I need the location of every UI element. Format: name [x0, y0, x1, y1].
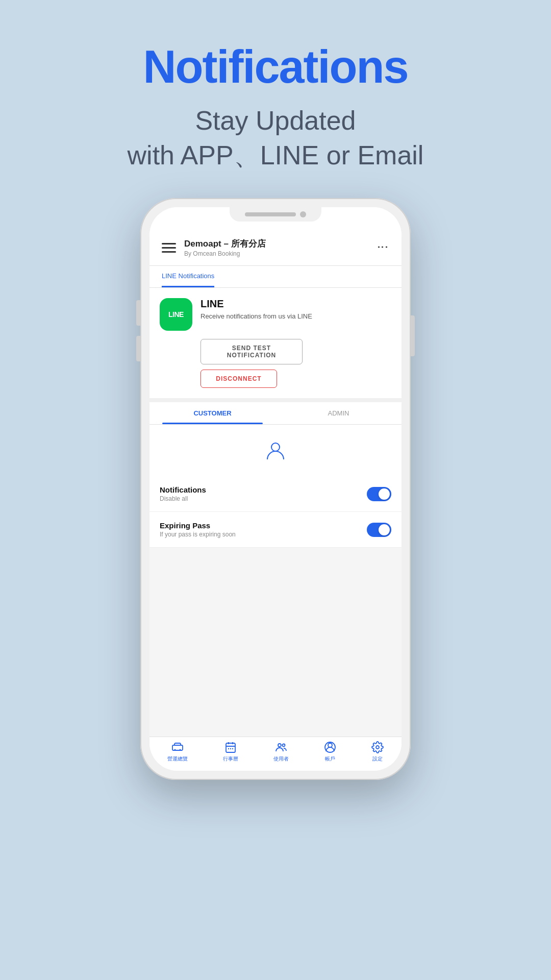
tab-admin[interactable]: ADMIN [276, 402, 402, 424]
svg-point-3 [179, 749, 181, 751]
user-avatar-icon [264, 439, 287, 466]
svg-point-12 [282, 744, 285, 747]
expiring-pass-desc: If your pass is expiring soon [160, 531, 236, 538]
notifications-toggle[interactable] [367, 487, 391, 501]
page-title: Notifications [143, 41, 408, 93]
more-menu-icon[interactable]: ⋮ [376, 241, 389, 254]
send-test-notification-button[interactable]: SEND TEST NOTIFICATION [201, 339, 303, 364]
tab-customer[interactable]: CUSTOMER [149, 402, 276, 424]
expiring-pass-toggle[interactable] [367, 523, 391, 537]
page-subtitle: Stay Updated with APP、LINE or Email [128, 104, 424, 173]
svg-point-13 [328, 743, 332, 747]
powered-by: By Omcean Booking [184, 250, 376, 257]
disconnect-button[interactable]: DISCONNECT [201, 370, 277, 388]
nav-item-operations[interactable]: 營運總覽 [167, 741, 188, 763]
phone-mockup: Demoapt – 所有分店 By Omcean Booking ⋮ LINE … [140, 198, 411, 780]
svg-point-2 [174, 749, 176, 751]
svg-rect-10 [232, 748, 233, 749]
nav-item-settings[interactable]: 設定 [371, 741, 384, 763]
phone-screen: Demoapt – 所有分店 By Omcean Booking ⋮ LINE … [149, 207, 402, 771]
svg-rect-4 [226, 743, 235, 752]
svg-point-11 [278, 744, 281, 747]
nav-label-calendar: 行事曆 [223, 755, 238, 763]
nav-item-users[interactable]: 使用者 [273, 741, 289, 763]
nav-label-operations: 營運總覽 [167, 755, 188, 763]
svg-point-15 [376, 746, 379, 749]
nav-label-account: 帳戶 [325, 755, 335, 763]
svg-rect-1 [172, 745, 183, 750]
nav-label-users: 使用者 [273, 755, 289, 763]
expiring-pass-title: Expiring Pass [160, 521, 236, 530]
nav-label-settings: 設定 [372, 755, 383, 763]
bottom-nav: 營運總覽 行事曆 [149, 737, 402, 771]
notifications-desc: Disable all [160, 495, 206, 502]
hamburger-icon[interactable] [162, 243, 176, 253]
tab-line-notifications[interactable]: LINE Notifications [162, 266, 214, 287]
line-title: LINE [201, 298, 391, 310]
line-card: LINE LINE Receive notifications from us … [149, 288, 402, 402]
user-icon-area [149, 425, 402, 476]
nav-item-calendar[interactable]: 行事曆 [223, 741, 238, 763]
line-logo: LINE [160, 298, 192, 331]
store-name: Demoapt – 所有分店 [184, 238, 376, 250]
expiring-pass-row: Expiring Pass If your pass is expiring s… [149, 512, 402, 548]
notifications-row: Notifications Disable all [149, 476, 402, 512]
top-tabs: LINE Notifications [149, 266, 402, 288]
line-logo-text: LINE [168, 310, 184, 318]
notifications-title: Notifications [160, 485, 206, 494]
svg-rect-8 [228, 748, 229, 749]
screen-content: LINE LINE Receive notifications from us … [149, 288, 402, 737]
svg-point-0 [271, 443, 280, 451]
line-description: Receive notifications from us via LINE [201, 312, 391, 321]
phone-notch [230, 207, 321, 222]
sub-tabs-section: CUSTOMER ADMIN Notifications [149, 402, 402, 548]
nav-item-account[interactable]: 帳戶 [324, 741, 336, 763]
svg-rect-9 [230, 748, 231, 749]
